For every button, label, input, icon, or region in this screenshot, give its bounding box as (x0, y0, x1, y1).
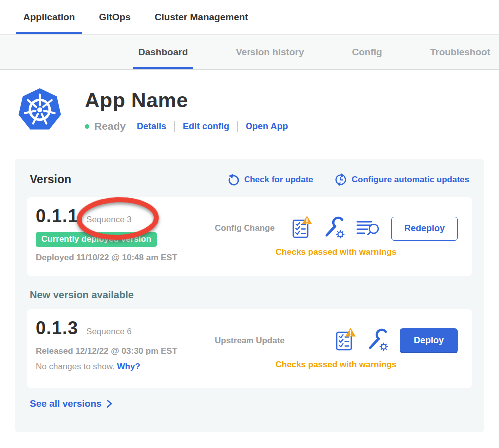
sub-nav: Dashboard Version history Config Trouble… (0, 35, 499, 70)
version-section-title: Version (30, 173, 71, 186)
checks-status-text: Checks passed with warnings (215, 360, 458, 370)
kubernetes-logo-icon (17, 86, 62, 135)
tab-application[interactable]: Application (16, 0, 82, 34)
details-link[interactable]: Details (137, 121, 166, 132)
checks-status-text: Checks passed with warnings (215, 247, 458, 257)
preflight-checks-icon[interactable] (336, 328, 356, 354)
available-sequence-label: Sequence 6 (86, 327, 132, 337)
top-nav: Application GitOps Cluster Management (0, 0, 499, 35)
auto-update-clock-icon (334, 173, 347, 186)
check-for-update-link[interactable]: Check for update (228, 174, 313, 186)
version-source-label: Upstream Update (215, 336, 285, 346)
current-version-number: 0.1.1 (36, 206, 78, 226)
tab-troubleshoot[interactable]: Troubleshoot (425, 35, 495, 69)
wrench-gear-icon[interactable] (323, 216, 345, 241)
app-header: App Name Ready Details Edit config Open … (17, 86, 499, 135)
status-ready-dot-icon (85, 124, 89, 129)
redeploy-button[interactable]: Redeploy (391, 217, 458, 241)
no-changes-note: No changes to show. (36, 362, 115, 371)
tab-gitops[interactable]: GitOps (92, 0, 137, 34)
version-source-label: Config Change (215, 224, 275, 233)
refresh-icon (228, 174, 240, 186)
check-for-update-label: Check for update (244, 175, 313, 185)
divider (237, 121, 238, 132)
configure-auto-updates-link[interactable]: Configure automatic updates (334, 173, 469, 186)
configure-auto-updates-label: Configure automatic updates (352, 175, 469, 185)
deploy-button[interactable]: Deploy (400, 328, 458, 353)
why-link[interactable]: Why? (117, 362, 140, 371)
chevron-right-icon (106, 399, 113, 408)
preflight-checks-icon[interactable] (292, 216, 312, 241)
tab-dashboard[interactable]: Dashboard (133, 35, 193, 69)
edit-config-link[interactable]: Edit config (183, 121, 229, 132)
app-name-title: App Name (85, 89, 288, 112)
see-all-versions-link[interactable]: See all versions (30, 398, 472, 409)
released-timestamp: Released 12/12/22 @ 03:30 pm EST (36, 346, 215, 356)
deployed-timestamp: Deployed 11/10/22 @ 10:48 am EST (36, 253, 215, 263)
currently-deployed-badge: Currently deployed version (36, 232, 157, 247)
divider (174, 121, 175, 132)
tab-config[interactable]: Config (347, 35, 387, 69)
tab-cluster-management[interactable]: Cluster Management (148, 0, 255, 34)
see-all-versions-label: See all versions (30, 398, 102, 409)
tab-version-history[interactable]: Version history (231, 35, 309, 69)
current-version-card: 0.1.1 Sequence 3 Currently deployed vers… (27, 197, 472, 276)
available-version-number: 0.1.3 (36, 318, 78, 339)
file-search-icon[interactable] (356, 218, 380, 239)
open-app-link[interactable]: Open App (246, 121, 288, 132)
version-panel: Version Check for update Configure autom… (15, 159, 484, 432)
current-sequence-label: Sequence 3 (86, 215, 132, 224)
new-version-heading: New version available (30, 289, 472, 301)
app-status-label: Ready (94, 120, 126, 132)
available-version-card: 0.1.3 Sequence 6 Released 12/12/22 @ 03:… (27, 309, 472, 388)
wrench-gear-icon[interactable] (367, 328, 389, 353)
